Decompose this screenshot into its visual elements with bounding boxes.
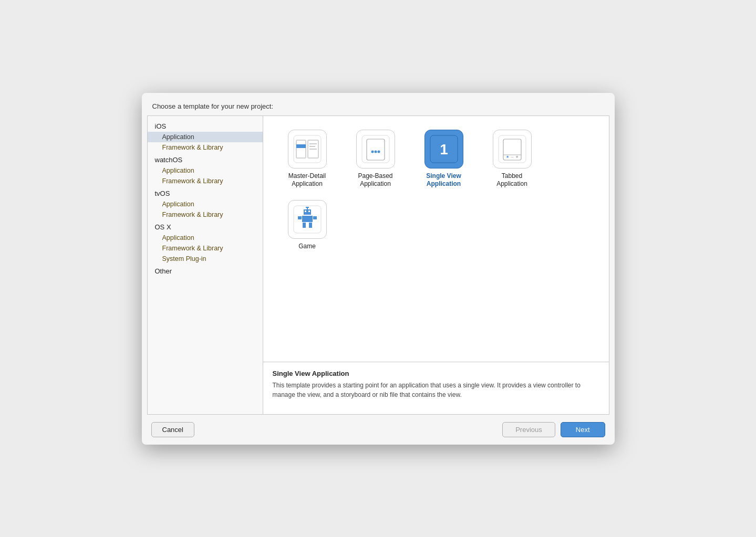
- dialog-body: iOS Application Framework & Library watc…: [147, 115, 609, 415]
- template-master-detail[interactable]: Master-DetailApplication: [276, 127, 339, 192]
- sidebar-item-tvos-framework[interactable]: Framework & Library: [148, 209, 263, 220]
- templates-row-2: Game: [276, 197, 596, 254]
- sidebar-item-ios-application[interactable]: Application: [148, 132, 263, 142]
- template-icon-game: [288, 200, 327, 239]
- sidebar-section-watchos: watchOS: [148, 153, 263, 165]
- template-icon-single-view: 1: [424, 130, 463, 169]
- svg-point-11: [377, 150, 380, 153]
- svg-rect-27: [303, 223, 306, 228]
- game-icon: [293, 205, 322, 234]
- template-label-game: Game: [298, 243, 316, 251]
- sidebar-section-tvos: tvOS: [148, 186, 263, 199]
- sidebar-section-other: Other: [148, 264, 263, 277]
- template-game[interactable]: Game: [276, 197, 339, 254]
- sidebar-item-osx-application[interactable]: Application: [148, 233, 263, 243]
- template-page-based[interactable]: Page-BasedApplication: [344, 127, 407, 192]
- template-icon-master-detail: [288, 130, 327, 169]
- single-view-icon: 1: [430, 135, 458, 163]
- sidebar-section-ios: iOS: [148, 119, 263, 132]
- template-icon-tabbed: ★ ••• ★: [493, 130, 532, 169]
- template-single-view[interactable]: 1 Single ViewApplication: [412, 127, 475, 192]
- svg-rect-30: [306, 207, 309, 208]
- sidebar-item-watchos-framework[interactable]: Framework & Library: [148, 176, 263, 186]
- tabbed-icon: ★ ••• ★: [498, 135, 526, 163]
- svg-point-10: [374, 150, 377, 153]
- sidebar-item-osx-framework[interactable]: Framework & Library: [148, 243, 263, 254]
- svg-text:1: 1: [440, 141, 448, 157]
- description-title: Single View Application: [273, 370, 599, 377]
- sidebar-item-tvos-application[interactable]: Application: [148, 199, 263, 209]
- master-detail-icon: [293, 135, 322, 163]
- svg-rect-22: [305, 210, 306, 212]
- dialog-footer: Cancel Previous Next: [142, 415, 615, 445]
- svg-text:★: ★: [506, 155, 509, 159]
- page-based-icon: [361, 135, 390, 163]
- svg-rect-14: [499, 135, 526, 163]
- description-area: Single View Application This template pr…: [263, 362, 609, 414]
- svg-rect-26: [313, 216, 317, 219]
- sidebar-item-osx-plugin[interactable]: System Plug-in: [148, 254, 263, 264]
- svg-rect-25: [298, 216, 302, 219]
- templates-grid: Master-DetailApplication: [263, 116, 609, 362]
- cancel-button[interactable]: Cancel: [151, 422, 194, 437]
- svg-rect-0: [294, 135, 321, 163]
- sidebar-item-watchos-application[interactable]: Application: [148, 165, 263, 176]
- header-text: Choose a template for your new project:: [152, 102, 274, 110]
- template-label-page-based: Page-BasedApplication: [358, 172, 392, 188]
- template-tabbed[interactable]: ★ ••• ★ TabbedApplication: [481, 127, 544, 192]
- template-label-master-detail: Master-DetailApplication: [288, 172, 326, 188]
- template-icon-page-based: [356, 130, 395, 169]
- description-text: This template provides a starting point …: [273, 381, 599, 399]
- svg-point-9: [371, 150, 374, 153]
- main-area: Master-DetailApplication: [263, 116, 609, 414]
- sidebar-section-osx: OS X: [148, 220, 263, 233]
- sidebar: iOS Application Framework & Library watc…: [148, 116, 263, 414]
- previous-button[interactable]: Previous: [502, 422, 555, 437]
- template-label-tabbed: TabbedApplication: [496, 172, 527, 188]
- dialog-header: Choose a template for your new project:: [142, 93, 615, 115]
- next-button[interactable]: Next: [561, 422, 605, 437]
- templates-row-1: Master-DetailApplication: [276, 127, 596, 192]
- template-label-single-view: Single ViewApplication: [426, 172, 461, 188]
- svg-rect-7: [362, 135, 389, 163]
- sidebar-item-ios-framework[interactable]: Framework & Library: [148, 142, 263, 153]
- svg-rect-24: [302, 216, 313, 222]
- svg-rect-3: [296, 144, 306, 148]
- svg-text:•••: •••: [511, 156, 514, 159]
- svg-text:★: ★: [515, 155, 519, 159]
- svg-rect-23: [308, 210, 310, 212]
- template-chooser-dialog: Choose a template for your new project: …: [142, 93, 615, 445]
- footer-right: Previous Next: [502, 422, 605, 437]
- svg-rect-28: [309, 223, 312, 228]
